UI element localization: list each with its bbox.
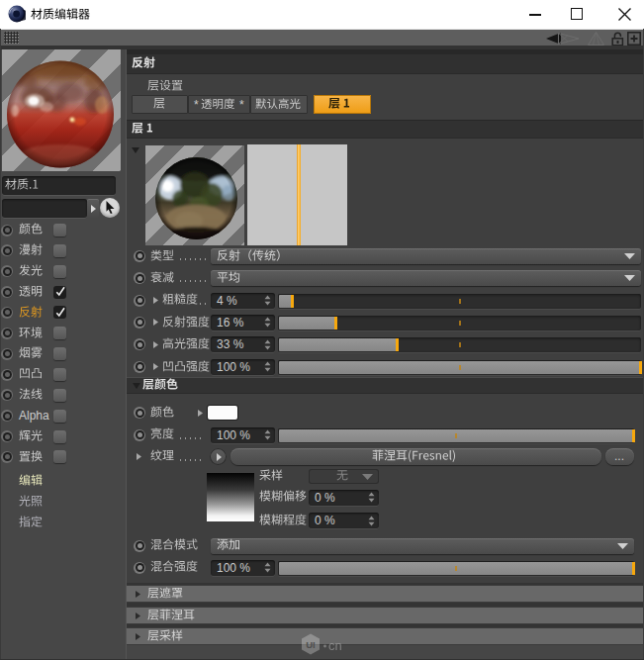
svg-text:UI: UI <box>306 639 316 650</box>
svg-text:cn: cn <box>328 638 342 653</box>
